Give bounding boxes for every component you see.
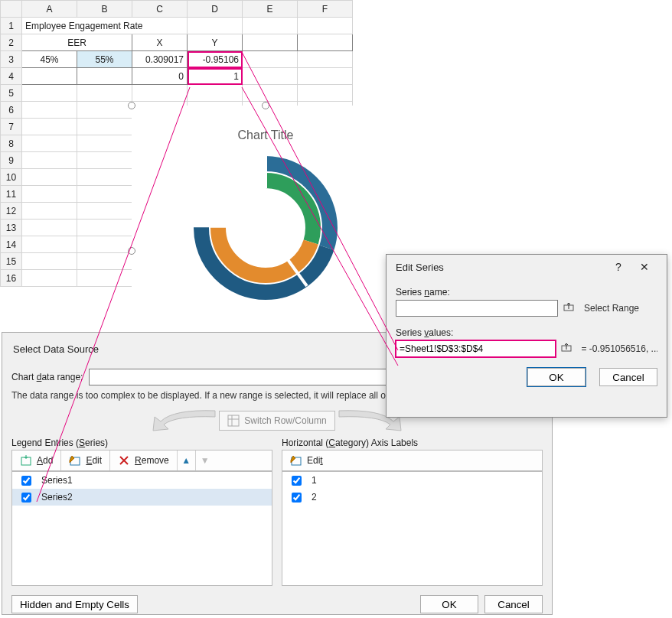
cell-D1[interactable] [188, 18, 243, 34]
cell[interactable] [22, 169, 77, 186]
cell-F2[interactable] [298, 34, 353, 51]
col-A[interactable]: A [22, 1, 77, 18]
cell[interactable] [22, 203, 77, 220]
row-7[interactable]: 7 [1, 119, 22, 135]
hidden-empty-cells-button[interactable]: Hidden and Empty Cells [11, 595, 138, 613]
cell-A4[interactable] [22, 68, 77, 85]
cell[interactable] [298, 85, 353, 102]
cell-D2[interactable]: Y [188, 34, 243, 51]
list-item[interactable]: 2 [282, 489, 542, 506]
ok-button[interactable]: OK [527, 368, 586, 386]
row-13[interactable]: 13 [1, 220, 22, 236]
chart-object[interactable]: Chart Title [132, 106, 400, 327]
row-16[interactable]: 16 [1, 270, 22, 287]
col-C[interactable]: C [132, 1, 188, 18]
cell[interactable] [77, 186, 132, 203]
cell-A2[interactable]: EER [22, 34, 132, 51]
cell-B3[interactable]: 55% [77, 51, 132, 68]
cell-E1[interactable] [243, 18, 298, 34]
cell[interactable] [243, 85, 298, 102]
list-item[interactable]: Series1 [12, 472, 272, 489]
series-listbox[interactable]: Series1 Series2 [11, 471, 272, 586]
cell[interactable] [132, 85, 188, 102]
list-item[interactable]: Series2 [12, 489, 272, 506]
cell-F1[interactable] [298, 18, 353, 34]
collapse-range-icon[interactable] [560, 340, 577, 357]
close-icon[interactable]: ✕ [631, 261, 657, 273]
collapse-range-icon[interactable] [563, 300, 579, 317]
edit-axis-labels-button[interactable]: Edit [282, 450, 331, 470]
cell-E3[interactable] [243, 51, 298, 68]
cell-D4[interactable]: 1 [188, 68, 243, 85]
series-name-input[interactable] [396, 300, 558, 317]
category-checkbox[interactable] [292, 493, 302, 503]
list-item[interactable]: 1 [282, 472, 542, 489]
row-10[interactable]: 10 [1, 169, 22, 186]
cell[interactable] [77, 102, 132, 119]
add-series-button[interactable]: Add [12, 450, 61, 470]
cell-C2[interactable]: X [132, 34, 188, 51]
row-5[interactable]: 5 [1, 85, 22, 102]
cell[interactable] [22, 102, 77, 119]
cell[interactable] [22, 85, 77, 102]
cell-E4[interactable] [243, 68, 298, 85]
cell-C3[interactable]: 0.309017 [132, 51, 188, 68]
row-11[interactable]: 11 [1, 186, 22, 203]
move-up-button[interactable]: ▲ [178, 450, 196, 470]
cell[interactable] [22, 186, 77, 203]
select-all-cell[interactable] [1, 1, 22, 18]
cell[interactable] [22, 270, 77, 287]
row-2[interactable]: 2 [1, 34, 22, 51]
row-6[interactable]: 6 [1, 102, 22, 119]
cell[interactable] [77, 253, 132, 270]
series-checkbox[interactable] [21, 476, 31, 486]
cell-F3[interactable] [298, 51, 353, 68]
resize-handle[interactable] [128, 247, 135, 255]
cell[interactable] [77, 119, 132, 135]
col-B[interactable]: B [77, 1, 132, 18]
cancel-button[interactable]: Cancel [599, 368, 657, 386]
doughnut-chart[interactable] [189, 151, 342, 304]
ok-button[interactable]: OK [420, 595, 478, 613]
cell[interactable] [77, 85, 132, 102]
cell[interactable] [77, 203, 132, 220]
row-15[interactable]: 15 [1, 253, 22, 270]
resize-handle[interactable] [262, 102, 269, 109]
row-14[interactable]: 14 [1, 236, 22, 253]
chart-title[interactable]: Chart Title [132, 128, 400, 142]
row-1[interactable]: 1 [1, 18, 22, 34]
cell[interactable] [22, 253, 77, 270]
edit-series-button[interactable]: Edit [61, 450, 110, 470]
col-E[interactable]: E [243, 1, 298, 18]
resize-handle[interactable] [128, 102, 135, 109]
series-values-input[interactable] [396, 340, 556, 357]
cell[interactable] [77, 236, 132, 253]
category-listbox[interactable]: 1 2 [282, 471, 543, 586]
cell-F4[interactable] [298, 68, 353, 85]
row-12[interactable]: 12 [1, 203, 22, 220]
cell-C4[interactable]: 0 [132, 68, 188, 85]
cell[interactable] [77, 270, 132, 287]
remove-series-button[interactable]: Remove [110, 450, 178, 470]
cell[interactable] [188, 85, 243, 102]
cell[interactable] [22, 220, 77, 236]
help-icon[interactable]: ? [605, 261, 631, 273]
cell[interactable] [22, 236, 77, 253]
row-3[interactable]: 3 [1, 51, 22, 68]
cell[interactable] [77, 220, 132, 236]
cancel-button[interactable]: Cancel [484, 595, 543, 613]
cell[interactable] [77, 135, 132, 152]
cell-D3[interactable]: -0.95106 [188, 51, 243, 68]
cell-A1[interactable]: Employee Engagement Rate [22, 18, 188, 34]
col-D[interactable]: D [188, 1, 243, 18]
category-checkbox[interactable] [292, 476, 302, 486]
cell-E2[interactable] [243, 34, 298, 51]
col-F[interactable]: F [298, 1, 353, 18]
series-checkbox[interactable] [21, 493, 31, 503]
row-4[interactable]: 4 [1, 68, 22, 85]
cell[interactable] [22, 119, 77, 135]
cell[interactable] [77, 169, 132, 186]
cell[interactable] [77, 152, 132, 169]
row-8[interactable]: 8 [1, 135, 22, 152]
cell-A3[interactable]: 45% [22, 51, 77, 68]
